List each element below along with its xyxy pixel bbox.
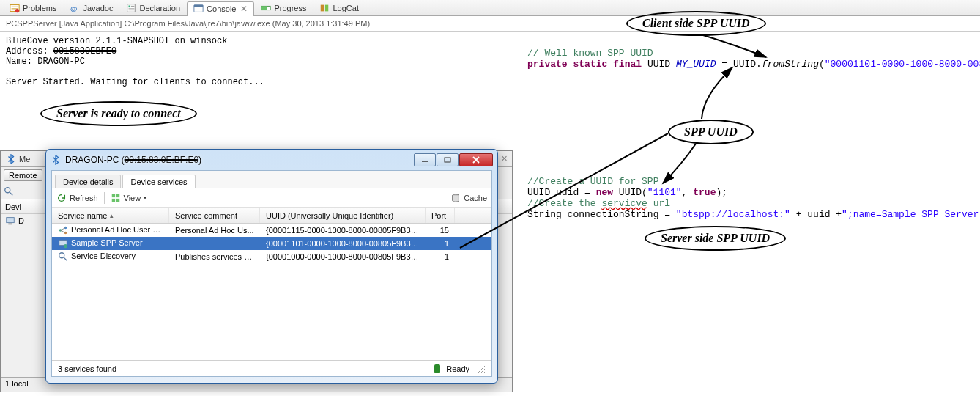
close-icon[interactable]: ✕	[240, 4, 248, 14]
col-service-name[interactable]: Service name	[52, 208, 169, 223]
svg-rect-9	[321, 5, 324, 12]
logcat-icon	[319, 3, 330, 13]
svg-rect-14	[445, 158, 450, 162]
tab-logcat[interactable]: LogCat	[313, 1, 365, 15]
table-row[interactable]: Personal Ad Hoc User Ser... Personal Ad …	[52, 224, 491, 237]
service-icon	[58, 238, 68, 249]
svg-point-11	[5, 187, 10, 192]
console-icon	[193, 4, 204, 14]
tab-label: Console	[207, 4, 236, 13]
svg-rect-6	[194, 5, 203, 7]
tab-label: Problems	[23, 4, 56, 12]
status-ready: Ready	[446, 364, 469, 373]
svg-rect-3	[127, 4, 136, 12]
svg-rect-12	[7, 218, 15, 223]
tab-device-details[interactable]: Device details	[55, 175, 121, 188]
close-icon[interactable]: ✕	[501, 154, 512, 164]
callout-spp-uuid: SPP UUID	[668, 120, 754, 144]
callout-client-uuid: Client side SPP UUID	[626, 11, 766, 36]
view-icon	[111, 193, 121, 203]
problems-icon	[10, 3, 20, 13]
dialog-statusbar: 3 services found Ready	[52, 360, 491, 376]
refresh-button[interactable]: Refresh	[56, 193, 98, 203]
svg-point-1	[15, 9, 19, 12]
eclipse-tab-bar: Problems @ Javadoc Declaration Console ✕…	[0, 0, 980, 16]
tab-label: Javadoc	[83, 4, 113, 12]
code-server-uuid: //Create a UUID for SPP UUID uuid = new …	[527, 176, 980, 220]
service-icon	[58, 252, 68, 262]
resize-grip-icon[interactable]	[475, 364, 486, 374]
device-services-dialog: DRAGON-PC (00:15:83:0E:BF:E0) Device det…	[45, 149, 498, 384]
chevron-down-icon: ▾	[144, 194, 146, 201]
callout-server-ready: Server is ready to connect	[40, 101, 197, 126]
bluetooth-icon	[51, 155, 61, 165]
svg-point-24	[64, 244, 67, 248]
status-led-icon	[434, 364, 440, 373]
tab-declaration[interactable]: Declaration	[119, 1, 187, 15]
col-service-comment[interactable]: Service comment	[169, 208, 260, 223]
code-client-uuid: // Well known SPP UUID private static fi…	[527, 48, 980, 70]
tab-label: LogCat	[333, 4, 358, 12]
tab-console[interactable]: Console ✕	[187, 1, 254, 16]
svg-rect-18	[116, 198, 119, 201]
bluetooth-icon	[6, 154, 16, 164]
callout-server-uuid: Server side SPP UUID	[645, 226, 786, 251]
service-icon	[58, 225, 68, 235]
dialog-toolbar: Refresh View ▾ Cache	[52, 188, 491, 208]
svg-rect-10	[325, 5, 328, 12]
computer-icon	[5, 216, 15, 226]
database-icon	[450, 193, 461, 203]
view-menu[interactable]: View ▾	[111, 193, 147, 203]
maximize-button[interactable]	[437, 153, 459, 166]
status-count: 3 services found	[58, 364, 116, 373]
cache-button[interactable]: Cache	[450, 193, 487, 203]
close-button[interactable]	[459, 153, 493, 166]
svg-rect-17	[111, 198, 114, 201]
col-uuid[interactable]: UUID (Universally Unique Identifier)	[260, 208, 426, 223]
col-port[interactable]: Port	[426, 208, 455, 223]
services-table: Service name Service comment UUID (Unive…	[52, 208, 491, 360]
tab-problems[interactable]: Problems	[3, 1, 63, 15]
tab-device-services[interactable]: Device services	[122, 175, 195, 188]
tab-label: Declaration	[139, 4, 180, 12]
minimize-button[interactable]	[414, 153, 436, 166]
javadoc-icon: @	[70, 3, 80, 13]
remote-button[interactable]: Remote	[4, 169, 42, 181]
declaration-icon	[126, 3, 136, 13]
svg-rect-16	[116, 194, 119, 197]
search-icon	[4, 186, 14, 197]
svg-text:@: @	[70, 4, 77, 12]
progress-icon	[261, 3, 271, 13]
svg-rect-13	[8, 224, 12, 225]
svg-rect-26	[434, 364, 440, 373]
tab-progress[interactable]: Progress	[254, 1, 313, 15]
table-row[interactable]: Sample SPP Server {00001101-0000-1000-80…	[52, 237, 491, 250]
tab-label: Progress	[274, 4, 306, 12]
dialog-tabs: Device details Device services	[52, 171, 491, 188]
svg-rect-8	[261, 6, 267, 10]
tab-me[interactable]: Me	[1, 152, 37, 166]
svg-rect-15	[111, 194, 114, 197]
refresh-icon	[56, 193, 67, 203]
dialog-title: DRAGON-PC (00:15:83:0E:BF:E0)	[65, 155, 201, 165]
svg-rect-4	[129, 6, 131, 8]
tab-javadoc[interactable]: @ Javadoc	[63, 1, 119, 15]
console-header: PCSPPServer [Java Application] C:\Progra…	[0, 16, 980, 32]
svg-point-25	[59, 253, 64, 258]
table-row[interactable]: Service Discovery Publishes services to.…	[52, 250, 491, 263]
dialog-titlebar[interactable]: DRAGON-PC (00:15:83:0E:BF:E0)	[46, 150, 497, 170]
